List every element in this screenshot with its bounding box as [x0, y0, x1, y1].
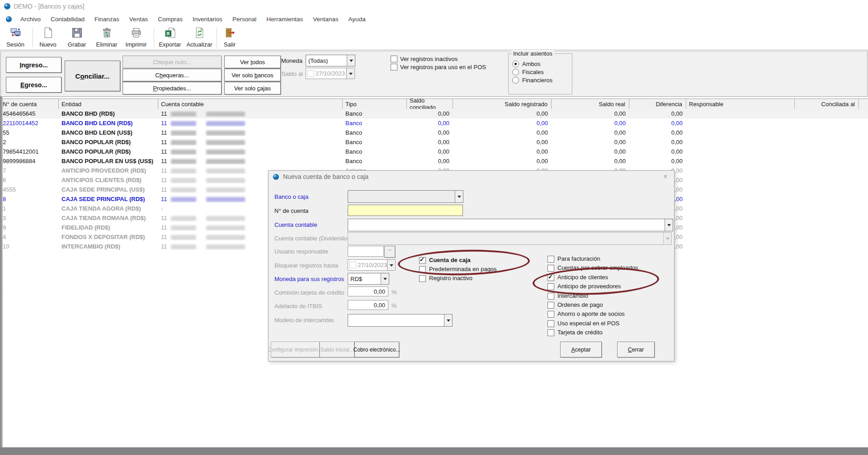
table-row[interactable]: 2BANCO POPULAR (RD$)11Banco0,000,000,000… — [0, 137, 868, 147]
ledger-prefix: 11 — [161, 234, 167, 240]
modelo-intercambio-select[interactable] — [348, 314, 453, 327]
checkbox-uso-especial-en-el-pos[interactable]: Uso especial en el POS — [547, 320, 672, 329]
menu-archivo[interactable]: Archivo — [15, 16, 46, 23]
menu-ayuda[interactable]: Ayuda — [344, 16, 371, 23]
usuario-responsable-browse-button[interactable]: .. — [384, 246, 395, 258]
table-row[interactable]: 4546465645BANCO BHD (RD$)11Banco0,000,00… — [0, 109, 868, 118]
cell-entity: CAJA TIENDA AGORA (RD$) — [59, 205, 158, 212]
table-row[interactable]: 55BANCO BHD LEON (US$)11Banco0,000,000,0… — [0, 128, 868, 137]
menu-ventas[interactable]: Ventas — [124, 16, 153, 23]
cheque-nulo-label: Cheque nulo... — [153, 59, 191, 66]
chevron-down-icon[interactable] — [381, 273, 389, 284]
toolbar-sesion-button[interactable]: Sesión — [4, 27, 27, 48]
toolbar-eliminar-button[interactable]: Eliminar — [94, 27, 119, 48]
saldo-al-label: Saldo al — [282, 70, 303, 77]
col-conciliada-al[interactable]: Conciliada al — [795, 99, 859, 109]
ver-registros-inactivos-checkbox[interactable]: Ver registros inactivos — [391, 56, 458, 62]
toolbar-imprimir-button[interactable]: Imprimir — [123, 27, 149, 48]
checkbox-para-facturacion[interactable]: Para facturación — [547, 256, 672, 265]
ver-solo-cajas-button[interactable]: Ver solo cajas — [224, 82, 281, 94]
cell-entity: BANCO POPULAR (RD$) — [59, 139, 158, 145]
menu-ventanas[interactable]: Ventanas — [308, 16, 343, 23]
radio-ambos[interactable]: Ambos — [512, 60, 572, 68]
menu-compras[interactable]: Compras — [153, 16, 188, 23]
cell-account-number: 8 — [0, 196, 59, 202]
menu-personal[interactable]: Personal — [227, 16, 261, 23]
col-saldo-registrado[interactable]: Saldo registrado — [453, 99, 552, 109]
ver-solo-bancos-button[interactable]: Ver solo bancos — [224, 69, 281, 81]
radio-financieros[interactable]: Financieros — [512, 76, 572, 84]
close-icon[interactable]: × — [661, 173, 670, 181]
session-icon — [10, 27, 21, 38]
menu-herramientas[interactable]: Herramientas — [261, 16, 308, 23]
egreso-button[interactable]: Egreso... — [6, 77, 61, 93]
comision-tarjeta-input[interactable]: 0,00 — [348, 286, 388, 296]
chequeras-button[interactable]: Chequeras... — [123, 69, 222, 81]
radio-label: Fiscales — [522, 69, 544, 75]
n-de-cuenta-input[interactable] — [348, 205, 463, 216]
chevron-down-icon[interactable] — [665, 219, 673, 231]
chevron-down-icon[interactable] — [347, 55, 355, 66]
col-n-de-cuenta[interactable]: N° de cuenta — [0, 99, 59, 109]
col-responsable[interactable]: Responsable — [686, 99, 795, 109]
toolbar-grabar-button[interactable]: Grabar — [65, 27, 89, 48]
table-row[interactable]: 9899986884BANCO POPULAR EN US$ (US$)11Ba… — [0, 156, 868, 166]
cerrar-button[interactable]: Cerrar — [617, 342, 655, 357]
cell-account-number: 55 — [0, 129, 59, 136]
ledger-prefix: 11 — [161, 215, 167, 221]
col-saldo-conciliado[interactable]: Saldo conciliado — [407, 99, 453, 109]
toolbar-salir-button[interactable]: Salir — [220, 27, 240, 48]
chevron-down-icon[interactable] — [444, 314, 452, 326]
toolbar-actualizar-button[interactable]: Actualizar — [185, 27, 213, 48]
dialog-title-bar[interactable]: Nueva cuenta de banco o caja × — [269, 171, 674, 183]
table-row[interactable]: 79854412001BANCO POPULAR (RD$)11Banco0,0… — [0, 147, 868, 156]
checkbox-ahorro-o-aporte-de-socios[interactable]: Ahorro o aporte de socios — [547, 311, 672, 320]
menu-contabilidad[interactable]: Contabilidad — [46, 16, 90, 23]
table-row[interactable]: 22110014452BANCO BHD LEON (RD$)11Banco0,… — [0, 118, 868, 128]
menu-inventarios[interactable]: Inventarios — [188, 16, 227, 23]
chevron-down-icon[interactable] — [387, 260, 395, 270]
conciliar-button[interactable]: Conciliar... — [65, 61, 120, 91]
moneda-registros-select[interactable]: RD$ — [348, 273, 389, 285]
toolbar-separator — [154, 28, 154, 47]
date-checkbox[interactable] — [307, 70, 314, 77]
cheque-nulo-button[interactable]: Cheque nulo... — [123, 56, 222, 68]
col-entidad[interactable]: Entidad — [59, 99, 158, 109]
toolbar-exportar-button[interactable]: Exportar — [157, 27, 183, 48]
redacted-blur — [171, 235, 196, 240]
col-cuenta-contable[interactable]: Cuenta contable — [158, 99, 343, 109]
menu-finanzas[interactable]: Finanzas — [90, 16, 124, 23]
toolbar-nuevo-button[interactable]: Nuevo — [37, 27, 59, 48]
date-checkbox[interactable] — [349, 262, 356, 268]
cuenta-contable-select[interactable] — [348, 219, 673, 231]
bloquear-registros-datepicker[interactable]: 27/10/2023 — [348, 259, 396, 271]
cuenta-contable-dividendos-select[interactable] — [348, 232, 672, 245]
checkbox-registro-inactivo[interactable]: Registro inactivo — [419, 275, 541, 284]
banco-o-caja-select[interactable] — [348, 190, 463, 203]
propiedades-button[interactable]: Propiedades... — [123, 82, 222, 94]
bloquear-registros-date: 27/10/2023 — [358, 262, 387, 268]
col-diferencia[interactable]: Diferencia — [629, 99, 686, 109]
ver-todos-button[interactable]: Ver todos — [224, 56, 281, 68]
adelanto-itbis-input[interactable]: 0,00 — [348, 300, 388, 310]
moneda-select[interactable]: (Todas) — [306, 55, 355, 66]
ingreso-button[interactable]: Ingreso... — [6, 57, 61, 73]
cobro-electronico-button[interactable]: Cobro electrónico... — [354, 342, 399, 357]
chevron-down-icon[interactable] — [346, 68, 354, 79]
redacted-blur — [206, 244, 245, 249]
chevron-down-icon[interactable] — [455, 191, 463, 202]
radio-fiscales[interactable]: Fiscales — [512, 68, 572, 76]
ver-registros-pos-checkbox[interactable]: Ver registros para uso en el POS — [391, 64, 486, 70]
moneda-value: (Todas) — [306, 57, 347, 64]
cell-diferencia: 0,00 — [629, 139, 686, 145]
saldo-al-datepicker[interactable]: 27/10/2023 — [306, 68, 355, 79]
aceptar-button[interactable]: Aceptar — [560, 342, 602, 357]
saldo-inicial-button[interactable]: Saldo inicial... — [320, 342, 354, 357]
checkbox-tarjeta-de-credito[interactable]: Tarjeta de crédito — [547, 329, 672, 338]
checkbox-ordenes-de-pago[interactable]: Ordenes de pago — [547, 302, 672, 311]
configurar-impresion-button[interactable]: Configurar impresión... — [271, 342, 320, 357]
cell-account-number: 10 — [0, 243, 59, 250]
usuario-responsable-input[interactable] — [348, 246, 384, 257]
col-tipo[interactable]: Tipo — [343, 99, 407, 109]
col-saldo-real[interactable]: Saldo real — [552, 99, 629, 109]
